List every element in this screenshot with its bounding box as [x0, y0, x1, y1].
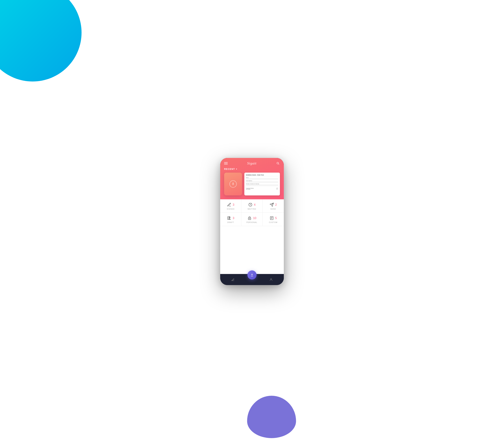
send-count: 2	[275, 203, 277, 206]
svg-point-10	[249, 219, 250, 219]
top-bar: Sigait	[220, 158, 284, 168]
bg-white-top-right	[457, 0, 504, 47]
draft-label: DRAFT	[227, 222, 234, 223]
lock-icon	[276, 187, 278, 190]
waiting-label: WAITING	[248, 208, 256, 210]
stat-send[interactable]: 2 SEND	[263, 199, 284, 213]
stat-waiting[interactable]: 4 WAITING	[241, 199, 263, 213]
custom-count: 5	[275, 216, 277, 220]
nav-profile[interactable]	[261, 278, 281, 281]
upload-arrow-icon	[232, 182, 234, 186]
form-title: Exhibition tickets - Order Form	[246, 174, 278, 176]
form-footer-text: Customer Review 12/7/2016	[246, 188, 254, 190]
send-icon-row: 2	[270, 203, 277, 207]
stat-custom[interactable]: 5 CUSTOM	[263, 213, 284, 226]
custom-icon-row: 5	[270, 216, 277, 220]
nav-sign[interactable]	[223, 278, 243, 281]
phone-device: Sigait RECENT ▾	[220, 158, 284, 285]
recent-bar[interactable]: RECENT ▾	[220, 168, 284, 173]
bg-white-circle	[0, 391, 55, 443]
nav-upload-button[interactable]	[247, 270, 257, 279]
send-label: SEND	[270, 208, 276, 210]
search-button[interactable]	[276, 161, 280, 165]
personal-count: 10	[253, 216, 256, 220]
form-preview-card: Exhibition tickets - Order Form Name Ema…	[244, 173, 280, 195]
upload-icon-circle	[230, 180, 237, 187]
upload-card[interactable]	[224, 173, 242, 195]
personal-lock-icon	[247, 216, 252, 220]
svg-point-18	[270, 278, 271, 279]
chevron-down-icon: ▾	[236, 168, 237, 170]
waiting-count: 4	[254, 203, 255, 206]
personal-icon-row: 10	[247, 216, 256, 220]
stat-personal[interactable]: 10 PERSONAL	[241, 213, 263, 226]
pen-icon	[227, 203, 231, 207]
signed-label: SIGNED	[227, 208, 234, 210]
waiting-icon-row: 4	[248, 203, 255, 207]
form-field-email-input	[246, 182, 278, 183]
personal-label: PERSONAL	[247, 222, 257, 223]
bg-purple-blob	[247, 396, 296, 438]
app-logo: Sigait	[247, 161, 256, 165]
stat-signed[interactable]: 3 SIGNED	[220, 199, 241, 213]
clock-icon	[248, 203, 252, 207]
svg-point-0	[277, 162, 279, 164]
stats-grid-top: 3 SIGNED 4	[220, 199, 284, 213]
form-field-tickets-label: Number of tickets for Saturday	[246, 183, 278, 184]
form-field-email-label: Email address	[246, 180, 278, 181]
recent-label: RECENT	[224, 168, 235, 170]
background-wrapper: Sigait RECENT ▾	[0, 0, 504, 443]
form-footer: Customer Review 12/7/2016	[246, 187, 278, 190]
custom-list-icon	[270, 216, 274, 220]
preview-area: Exhibition tickets - Order Form Name Ema…	[220, 173, 284, 199]
signed-count: 3	[233, 203, 234, 206]
form-field-name-label: Name	[246, 177, 278, 178]
form-field-name-input	[246, 178, 278, 179]
send-icon	[270, 203, 274, 207]
form-field-tickets-input	[246, 185, 278, 186]
bottom-nav	[220, 274, 284, 285]
draft-icon-row: 3	[227, 216, 234, 220]
bg-teal-blob	[0, 0, 82, 82]
stats-grid-bottom: 3 DRAFT 10	[220, 213, 284, 226]
svg-line-1	[278, 164, 279, 165]
stat-draft[interactable]: 3 DRAFT	[220, 213, 241, 226]
draft-count: 3	[233, 216, 234, 220]
phone-body: 3 SIGNED 4	[220, 199, 284, 274]
phone-header: Sigait RECENT ▾	[220, 158, 284, 199]
signed-icon-row: 3	[227, 203, 234, 207]
custom-label: CUSTOM	[269, 222, 277, 223]
svg-rect-4	[276, 188, 278, 189]
hamburger-icon[interactable]	[224, 162, 228, 164]
draft-icon	[227, 216, 231, 220]
